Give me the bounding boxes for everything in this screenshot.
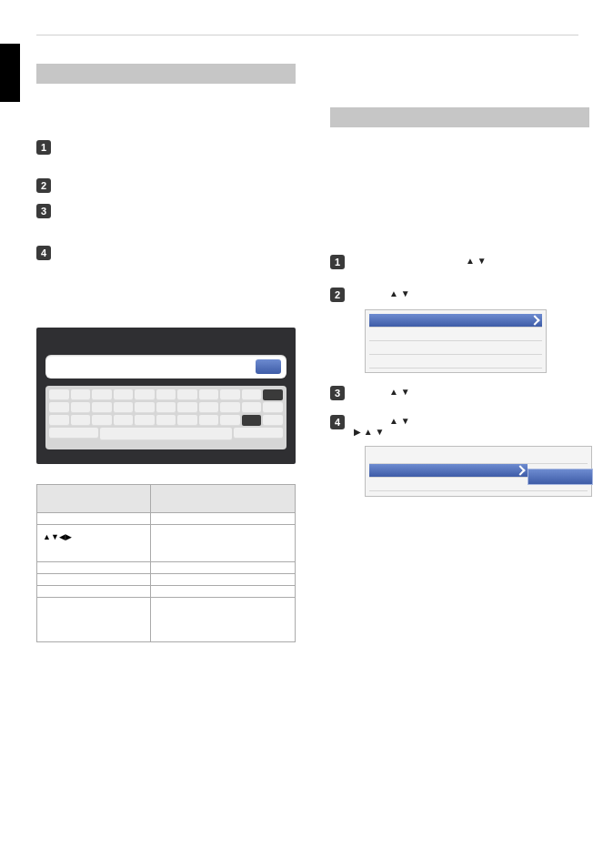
key[interactable] [177,389,197,400]
menu-row-selected[interactable] [369,464,528,478]
step-text [60,246,296,258]
section-bar-right [330,107,589,127]
right-step-3: 3 ▲ ▼ [330,386,589,400]
table-row [37,586,296,598]
key-mode[interactable] [49,428,98,439]
key[interactable] [49,402,69,413]
right-step-4: 4 ▲ ▼ ▶ ▲ ▼ [330,415,589,437]
table-cell [151,562,296,574]
key[interactable] [220,415,240,426]
updown-arrow-icon: ▲ ▼ [389,288,410,298]
key[interactable] [71,402,91,413]
updown-arrow-icon: ▲ ▼ [389,416,410,426]
key[interactable] [49,415,69,426]
table-cell [151,574,296,586]
table-cell [151,525,296,562]
menu-row[interactable] [369,328,542,341]
menu-figure-2 [365,446,592,497]
manual-page: 1 2 3 4 [0,0,613,868]
step-badge-icon: 4 [330,415,345,429]
key-space[interactable] [100,428,233,440]
key[interactable] [263,415,283,426]
step-text: ▲ ▼ ▶ ▲ ▼ [354,415,589,437]
table-row: ▲▼◀▶ [37,525,296,562]
menu-row[interactable] [369,355,542,368]
key[interactable] [114,402,134,413]
table-cell [151,598,296,642]
menu-figure-1 [365,309,547,373]
key[interactable] [199,389,219,400]
key[interactable] [71,389,91,400]
menu-row-selected[interactable] [369,314,542,328]
key[interactable] [92,415,112,426]
updown-arrow-icon: ▲ ▼ [466,256,487,266]
step-text [60,140,296,153]
key[interactable] [199,415,219,426]
updown-arrow-icon: ▲ ▼ [389,387,410,397]
button-table: ▲▼◀▶ [36,484,296,642]
step-text [60,204,296,217]
chevron-right-icon [529,315,539,325]
left-step-2: 2 [36,178,296,193]
chevron-right-icon [515,465,525,475]
table-row [37,513,296,525]
key[interactable] [263,402,283,413]
step-text: ▲ ▼ [354,386,589,399]
section-bar-left [36,64,296,84]
key[interactable] [199,402,219,413]
table-cell [37,574,151,586]
key[interactable] [156,402,176,413]
key[interactable] [156,389,176,400]
key[interactable] [177,402,197,413]
key[interactable] [135,415,155,426]
page-top-rule [36,35,578,35]
key[interactable] [220,389,240,400]
right-updown-arrow-icon: ▶ ▲ ▼ [354,427,384,437]
kb-board [45,386,286,449]
step-badge-icon: 3 [36,204,51,218]
right-step-2: 2 ▲ ▼ [330,288,589,302]
step-text [60,178,296,191]
right-column: 1 ▲ ▼ 2 ▲ ▼ [330,64,589,642]
key-delete[interactable] [263,389,283,400]
step-badge-icon: 3 [330,386,345,400]
key[interactable] [242,402,262,413]
key[interactable] [71,415,91,426]
key[interactable] [92,402,112,413]
key[interactable] [114,415,134,426]
table-cell [37,513,151,525]
table-cell [151,513,296,525]
table-cell [37,598,151,642]
key-done[interactable] [234,428,283,439]
submenu-popup[interactable] [528,469,593,485]
menu-row[interactable] [369,341,542,355]
table-cell: ▲▼◀▶ [37,525,151,562]
key[interactable] [114,389,134,400]
onscreen-keyboard-figure [36,328,296,464]
key-shift[interactable] [242,415,262,426]
menu-row[interactable] [369,450,588,464]
key[interactable] [242,389,262,400]
step-badge-icon: 2 [36,178,51,193]
table-header [151,485,296,513]
key[interactable] [156,415,176,426]
key[interactable] [220,402,240,413]
key[interactable] [49,389,69,400]
key[interactable] [177,415,197,426]
table-cell [37,562,151,574]
left-step-4: 4 [36,246,296,260]
step-text: ▲ ▼ [354,288,589,300]
arrow-icons: ▲▼◀▶ [43,532,72,541]
left-step-1: 1 [36,140,296,155]
right-step-1: 1 ▲ ▼ [330,255,589,269]
kb-input-ok-button[interactable] [256,359,281,374]
key[interactable] [135,402,155,413]
key[interactable] [92,389,112,400]
step-badge-icon: 4 [36,246,51,260]
columns: 1 2 3 4 [36,64,578,642]
page-edge-tab [0,44,20,102]
kb-input-field[interactable] [45,355,286,378]
key[interactable] [135,389,155,400]
step-text: ▲ ▼ [354,255,589,267]
table-row [37,562,296,574]
